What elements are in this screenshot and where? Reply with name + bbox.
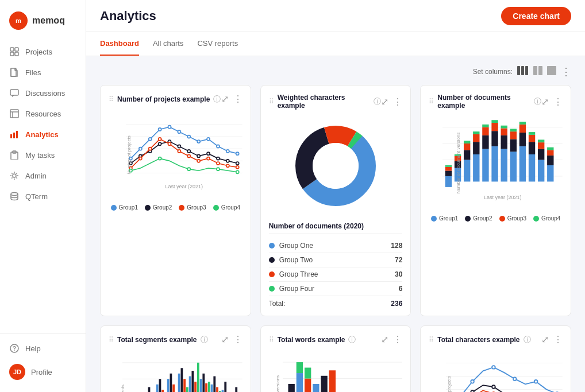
svg-rect-86 bbox=[445, 165, 452, 167]
svg-text:m: m bbox=[16, 17, 21, 24]
svg-rect-170 bbox=[216, 387, 218, 392]
svg-point-54 bbox=[217, 157, 220, 160]
svg-point-68 bbox=[236, 166, 239, 169]
svg-rect-153 bbox=[170, 374, 172, 392]
svg-rect-159 bbox=[186, 387, 188, 392]
sidebar-item-resources[interactable]: Resources bbox=[0, 103, 86, 124]
svg-rect-23 bbox=[521, 66, 524, 75]
svg-point-67 bbox=[226, 164, 229, 167]
chart-weighted-characters: ⠿ Weighted characters example ⓘ ⤢ ⋮ bbox=[260, 85, 411, 316]
svg-rect-145 bbox=[148, 387, 151, 392]
svg-point-36 bbox=[159, 128, 161, 131]
expand-icon[interactable]: ⤢ bbox=[381, 96, 388, 107]
svg-point-72 bbox=[217, 168, 220, 170]
svg-rect-22 bbox=[517, 66, 520, 75]
more-icon[interactable]: ⋮ bbox=[233, 94, 243, 104]
expand-icon[interactable]: ⤢ bbox=[221, 334, 229, 345]
svg-point-44 bbox=[236, 152, 239, 155]
create-chart-button[interactable]: Create chart bbox=[501, 7, 571, 25]
tab-dashboard[interactable]: Dashboard bbox=[100, 32, 139, 56]
expand-icon[interactable]: ⤢ bbox=[381, 334, 388, 345]
svg-rect-190 bbox=[313, 384, 319, 392]
svg-rect-26 bbox=[538, 66, 542, 75]
logo-text: memoq bbox=[32, 15, 65, 26]
sidebar-item-label: Admin bbox=[25, 172, 47, 180]
svg-rect-104 bbox=[492, 131, 498, 146]
content-area: Set columns: ⋮ ⠿ Number of projects exam… bbox=[86, 56, 585, 392]
svg-rect-108 bbox=[501, 135, 507, 149]
sidebar-item-files[interactable]: Files bbox=[0, 62, 86, 83]
svg-rect-122 bbox=[529, 132, 535, 135]
info-icon: ⓘ bbox=[348, 335, 356, 345]
more-icon[interactable]: ⋮ bbox=[553, 334, 563, 345]
sidebar-item-profile[interactable]: JD Profile bbox=[0, 359, 86, 385]
sidebar-item-discussions[interactable]: Discussions bbox=[0, 83, 86, 103]
more-icon[interactable]: ⋮ bbox=[233, 334, 243, 345]
svg-point-64 bbox=[197, 160, 200, 162]
chart-total-characters: ⠿ Total characters example ⓘ ⤢ ⋮ Number … bbox=[420, 325, 571, 392]
svg-rect-128 bbox=[547, 156, 553, 165]
svg-rect-124 bbox=[538, 149, 544, 160]
svg-rect-154 bbox=[172, 385, 175, 392]
more-options-icon[interactable]: ⋮ bbox=[561, 65, 571, 78]
sidebar-item-admin[interactable]: Admin bbox=[0, 165, 86, 186]
more-icon[interactable]: ⋮ bbox=[553, 96, 563, 107]
y-axis-label: Total segments bbox=[120, 385, 125, 392]
two-col-icon[interactable] bbox=[533, 66, 542, 77]
donut-legend: Number of documents (2020) Group One 128… bbox=[269, 218, 403, 308]
svg-point-201 bbox=[513, 377, 517, 381]
charts-grid: ⠿ Number of projects example ⓘ ⤢ ⋮ Numbe… bbox=[100, 85, 571, 392]
three-col-icon[interactable] bbox=[517, 66, 529, 77]
svg-point-66 bbox=[217, 162, 220, 165]
sidebar-item-analytics[interactable]: Analytics bbox=[0, 124, 86, 145]
svg-rect-99 bbox=[483, 149, 489, 182]
chart-title: Number of projects example bbox=[117, 95, 210, 103]
svg-rect-98 bbox=[473, 131, 479, 134]
svg-point-61 bbox=[168, 142, 171, 145]
tab-csv-reports[interactable]: CSV reports bbox=[197, 32, 238, 56]
svg-rect-27 bbox=[547, 66, 556, 75]
svg-text:?: ? bbox=[13, 346, 16, 352]
svg-point-37 bbox=[168, 126, 171, 129]
drag-handle-icon: ⠿ bbox=[429, 98, 434, 106]
total-words-svg bbox=[283, 350, 403, 392]
sidebar-item-help[interactable]: ? Help bbox=[0, 338, 86, 359]
sidebar-item-my-tasks[interactable]: My tasks bbox=[0, 145, 86, 165]
tab-all-charts[interactable]: All charts bbox=[153, 32, 183, 56]
svg-rect-173 bbox=[224, 382, 226, 392]
sidebar-item-projects[interactable]: Projects bbox=[0, 41, 86, 62]
info-icon: ⓘ bbox=[213, 94, 221, 104]
avatar: JD bbox=[9, 364, 25, 380]
drag-handle-icon: ⠿ bbox=[269, 336, 274, 344]
header: Analytics Create chart bbox=[86, 0, 585, 32]
svg-point-63 bbox=[187, 154, 190, 157]
legend-row-3: Group Four 6 bbox=[269, 282, 403, 296]
svg-rect-10 bbox=[10, 110, 18, 118]
expand-icon[interactable]: ⤢ bbox=[221, 94, 229, 104]
svg-rect-14 bbox=[13, 133, 15, 138]
more-icon[interactable]: ⋮ bbox=[393, 96, 402, 107]
more-icon[interactable]: ⋮ bbox=[393, 334, 402, 345]
expand-icon[interactable]: ⤢ bbox=[541, 96, 549, 107]
svg-point-73 bbox=[236, 170, 239, 173]
svg-rect-158 bbox=[183, 379, 186, 392]
legend-item: Group2 bbox=[145, 204, 172, 211]
svg-rect-118 bbox=[519, 122, 526, 125]
svg-rect-189 bbox=[305, 368, 311, 379]
one-col-icon[interactable] bbox=[547, 66, 556, 77]
svg-point-52 bbox=[197, 154, 200, 157]
svg-point-42 bbox=[217, 145, 220, 148]
svg-rect-9 bbox=[10, 90, 18, 95]
svg-rect-24 bbox=[525, 66, 528, 75]
svg-rect-152 bbox=[167, 379, 170, 392]
table-icon bbox=[9, 108, 20, 119]
svg-rect-120 bbox=[529, 142, 535, 154]
donut-legend-title: Number of documents (2020) bbox=[269, 222, 403, 234]
svg-rect-111 bbox=[510, 152, 517, 181]
svg-point-41 bbox=[207, 138, 210, 141]
sidebar-item-qterm[interactable]: QTerm bbox=[0, 186, 86, 207]
y-axis-label: t versions bbox=[275, 375, 280, 392]
svg-rect-96 bbox=[473, 142, 479, 154]
svg-rect-167 bbox=[208, 382, 210, 392]
expand-icon[interactable]: ⤢ bbox=[541, 334, 549, 345]
